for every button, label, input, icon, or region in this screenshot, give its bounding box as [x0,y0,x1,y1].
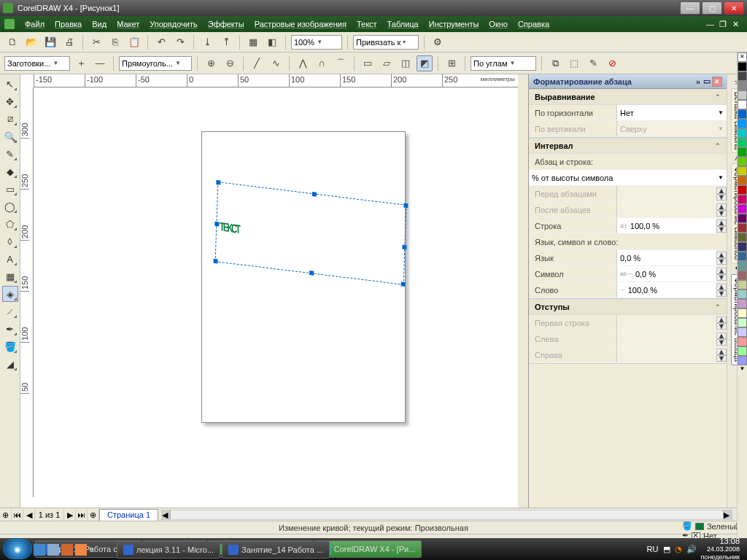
menu-tools[interactable]: Инструменты [429,20,479,28]
menu-bitmaps[interactable]: Растровые изображения [255,20,347,28]
open-icon[interactable]: 📂 [23,34,39,50]
zoom-combo[interactable]: 100%▼ [291,35,342,50]
palette-swatch[interactable] [738,157,747,166]
crop-tool[interactable]: ⧄ [2,111,18,127]
del-preset-icon[interactable]: — [92,55,108,71]
menu-text[interactable]: Текст [357,20,377,28]
menu-window[interactable]: Окно [489,20,508,28]
menu-table[interactable]: Таблица [387,20,419,28]
undo-icon[interactable]: ↶ [153,34,169,50]
page-add2-icon[interactable]: ⊕ [88,509,99,521]
palette-swatch[interactable] [738,204,747,214]
rect-tool[interactable]: ▭ [2,181,18,197]
save-icon[interactable]: 💾 [42,34,58,50]
palette-swatch[interactable] [738,90,747,100]
pick-tool[interactable]: ↖ [2,76,18,92]
palette-swatch[interactable] [738,337,747,346]
palette-swatch[interactable] [738,214,747,223]
copy-env-icon[interactable]: ⧉ [547,55,563,71]
export-icon[interactable]: ⤒ [218,34,234,50]
tray-icon-1[interactable]: ⬒ [663,545,670,554]
table-tool[interactable]: ▦ [2,268,18,284]
fill-swatch[interactable] [695,523,704,530]
task-app-5[interactable]: лекция 3.11 - Micro... [117,541,220,559]
palette-swatch[interactable] [738,346,747,356]
palette-none[interactable]: ✕ [738,52,747,62]
docker-close-icon[interactable]: ✕ [712,77,722,87]
menu-effects[interactable]: Эффекты [208,20,244,28]
cut-icon[interactable]: ✂ [88,34,104,50]
palette-swatch[interactable] [738,318,747,327]
section-spacing[interactable]: Интервал⌃ [529,138,727,154]
mapping-combo[interactable]: По углам▼ [471,56,536,71]
node-add-icon[interactable]: ⊕ [203,55,219,71]
palette-swatch[interactable] [738,271,747,280]
palette-swatch[interactable] [738,289,747,299]
section-alignment[interactable]: Выравнивание⌃ [529,89,727,105]
cusp-icon[interactable]: ⋀ [295,55,311,71]
freehand-tool[interactable]: ✎ [2,146,18,162]
palette-swatch[interactable] [738,100,747,109]
palette-swatch[interactable] [738,299,747,308]
page-first-icon[interactable]: ⏮ [12,509,23,521]
ql-firefox-icon[interactable] [75,544,87,556]
outline-tool[interactable]: ✒ [2,321,18,337]
clock-time[interactable]: 13:08 [701,537,740,545]
palette-swatch[interactable] [738,176,747,185]
shape-tool[interactable]: ✥ [2,93,18,109]
text-tool[interactable]: A [2,251,18,267]
palette-swatch[interactable] [738,252,747,261]
copy-icon[interactable]: ⎘ [107,34,123,50]
eyedrop-icon[interactable]: ✎ [585,55,601,71]
options-icon[interactable]: ⚙ [430,34,446,50]
mode4-icon[interactable]: ◩ [417,55,433,71]
ql-more-icon[interactable]: » [89,544,93,556]
clear-env-icon[interactable]: ⊘ [604,55,620,71]
docker-min-icon[interactable]: ▭ [703,77,711,86]
palette-swatch[interactable] [738,71,747,81]
page-last-icon[interactable]: ⏭ [76,509,88,521]
zoom-tool[interactable]: 🔍 [2,128,18,144]
menu-edit[interactable]: Правка [55,20,82,28]
palette-swatch[interactable] [738,327,747,337]
smartfill-tool[interactable]: ◆ [2,163,18,179]
smooth-icon[interactable]: ∩ [314,55,330,71]
page-add-icon[interactable]: ⊕ [0,509,12,521]
palette-swatch[interactable] [738,195,747,204]
mode1-icon[interactable]: ▭ [360,55,376,71]
redo-icon[interactable]: ↷ [172,34,188,50]
add-preset-icon[interactable]: ＋ [73,55,89,71]
menu-layout[interactable]: Макет [117,20,139,28]
section-indent[interactable]: Отступы⌃ [529,299,727,315]
create-from-icon[interactable]: ⬚ [566,55,582,71]
palette-swatch[interactable] [738,280,747,289]
keep-lines-icon[interactable]: ⊞ [444,55,460,71]
palette-swatch[interactable] [738,308,747,318]
menu-help[interactable]: Справка [518,20,549,28]
palette-scroll-down-icon[interactable]: ▼ [738,365,747,375]
welcome-icon[interactable]: ◧ [264,34,280,50]
palette-swatch[interactable] [738,166,747,176]
spacing-mode-select[interactable]: % от высоты символа▼ [529,170,727,185]
drawing-canvas[interactable]: TEKCT [34,88,518,497]
lang-indicator[interactable]: RU [647,545,659,553]
symm-icon[interactable]: ⌒ [333,55,349,71]
line-icon[interactable]: ╱ [249,55,265,71]
fill-tool[interactable]: 🪣 [2,338,18,354]
paste-icon[interactable]: 📋 [126,34,142,50]
eyedropper-tool[interactable]: ⟋ [2,303,18,319]
volume-icon[interactable]: 🔊 [686,545,697,554]
palette-swatch[interactable] [738,147,747,157]
close-button[interactable]: ✕ [724,1,744,15]
palette-swatch[interactable] [738,138,747,147]
palette-swatch[interactable] [738,356,747,365]
page-tab[interactable]: Страница 1 [99,509,158,521]
palette-swatch[interactable] [738,223,747,233]
word-field[interactable]: ···100,0 % [616,282,716,298]
start-button[interactable]: ◉ [3,539,32,559]
launch-icon[interactable]: ▦ [245,34,261,50]
palette-swatch[interactable] [738,242,747,252]
char-field[interactable]: ab↔0,0 % [616,266,716,281]
palette-swatch[interactable] [738,119,747,128]
print-icon[interactable]: 🖨 [61,34,77,50]
